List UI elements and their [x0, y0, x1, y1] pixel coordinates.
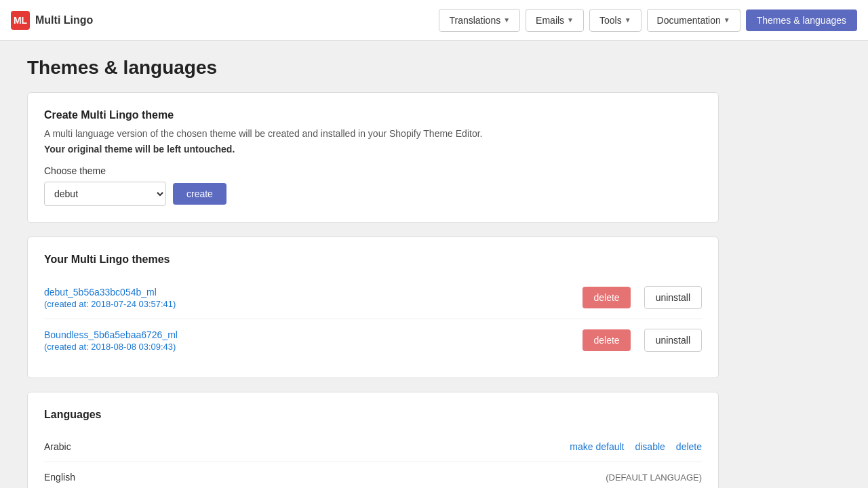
tools-nav-button[interactable]: Tools ▼: [589, 9, 642, 32]
tools-dropdown-arrow: ▼: [625, 16, 631, 24]
theme-row: Boundless_5b6a5ebaa6726_ml (created at: …: [44, 319, 702, 361]
languages-title: Languages: [44, 409, 702, 421]
create-theme-desc: A multi language version of the chosen t…: [44, 127, 702, 141]
delete-link-arabic[interactable]: delete: [676, 441, 702, 452]
create-theme-desc-bold: Your original theme will be left untouch…: [44, 144, 702, 155]
page-title: Themes & languages: [27, 57, 787, 79]
language-row-english: English (DEFAULT LANGUAGE): [44, 462, 702, 488]
page-content: Themes & languages Create Multi Lingo th…: [0, 41, 814, 488]
theme-info-0: debut_5b56a33bc054b_ml (created at: 2018…: [44, 287, 569, 309]
theme-date-0: (created at: 2018-07-24 03:57:41): [44, 299, 569, 309]
documentation-nav-button[interactable]: Documentation ▼: [647, 9, 741, 32]
language-row-arabic: Arabic make default disable delete: [44, 432, 702, 462]
theme-name-0[interactable]: debut_5b56a33bc054b_ml: [44, 287, 157, 298]
translations-dropdown-arrow: ▼: [503, 16, 510, 24]
themes-languages-nav-button[interactable]: Themes & languages: [746, 9, 857, 31]
uninstall-button-0[interactable]: uninstall: [644, 286, 702, 309]
create-theme-card: Create Multi Lingo theme A multi languag…: [27, 92, 719, 223]
brand: ML Multi Lingo: [11, 11, 93, 30]
languages-card: Languages Arabic make default disable de…: [27, 392, 719, 488]
theme-date-1: (created at: 2018-08-08 03:09:43): [44, 342, 569, 352]
language-actions-arabic: make default disable delete: [570, 441, 702, 452]
theme-row: debut_5b56a33bc054b_ml (created at: 2018…: [44, 277, 702, 319]
emails-nav-button[interactable]: Emails ▼: [526, 9, 584, 32]
language-name-arabic: Arabic: [44, 441, 570, 452]
language-name-english: English: [44, 472, 606, 483]
documentation-dropdown-arrow: ▼: [724, 16, 730, 24]
your-themes-card: Your Multi Lingo themes debut_5b56a33bc0…: [27, 237, 719, 378]
choose-theme-label: Choose theme: [44, 165, 702, 176]
create-button[interactable]: create: [173, 183, 226, 205]
create-theme-card-title: Create Multi Lingo theme: [44, 109, 702, 121]
default-language-badge: (DEFAULT LANGUAGE): [606, 472, 702, 483]
theme-select-row: debut boundless minimal create: [44, 182, 702, 206]
brand-icon: ML: [11, 11, 30, 30]
emails-dropdown-arrow: ▼: [567, 16, 574, 24]
uninstall-button-1[interactable]: uninstall: [644, 329, 702, 352]
brand-name: Multi Lingo: [35, 14, 93, 26]
theme-select[interactable]: debut boundless minimal: [44, 182, 166, 206]
disable-link-arabic[interactable]: disable: [635, 441, 665, 452]
delete-button-1[interactable]: delete: [583, 329, 630, 351]
make-default-link-arabic[interactable]: make default: [570, 441, 624, 452]
delete-button-0[interactable]: delete: [583, 287, 630, 308]
your-themes-title: Your Multi Lingo themes: [44, 253, 702, 266]
translations-nav-button[interactable]: Translations ▼: [439, 9, 520, 32]
theme-name-1[interactable]: Boundless_5b6a5ebaa6726_ml: [44, 329, 178, 340]
theme-info-1: Boundless_5b6a5ebaa6726_ml (created at: …: [44, 329, 569, 352]
navbar: ML Multi Lingo Translations ▼ Emails ▼ T…: [0, 0, 868, 41]
